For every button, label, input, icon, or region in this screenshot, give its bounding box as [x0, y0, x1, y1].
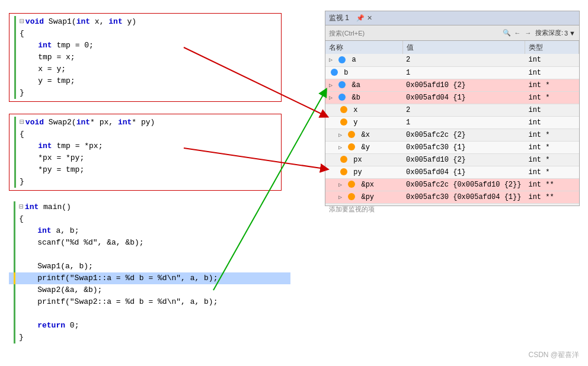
line-bar	[14, 237, 15, 249]
swap2-line-5: *py = tmp;	[9, 164, 281, 176]
cell-name: px	[325, 153, 402, 166]
var-name: py	[353, 168, 362, 176]
line-bar	[14, 63, 16, 75]
swap1-code-box: ⊟ void Swap1(int x, int y) { int tmp = 0…	[9, 13, 282, 102]
cell-type: int *	[525, 129, 579, 141]
swap1-line-3: int tmp = 0;	[9, 40, 281, 52]
expand-icon: ▷	[329, 95, 333, 101]
main-line-10	[9, 308, 290, 320]
cell-value: 0x005afd04 {1}	[402, 91, 525, 104]
cell-type: int *	[525, 153, 579, 166]
swap2-line-3: int tmp = *px;	[9, 140, 281, 152]
debug-icon	[338, 94, 346, 101]
expand-icon: ▷	[338, 182, 342, 188]
watch-panel: 监视 1 📌 ✕ 🔍 ← → 搜索深度: 3 ▼ 名称 值 类型 ▷	[325, 11, 580, 206]
line-bar	[14, 201, 15, 213]
swap1-line-4: tmp = x;	[9, 52, 281, 63]
cell-value: 1	[402, 66, 525, 79]
expand-icon: ▷	[338, 132, 342, 139]
swap2-brace-close: }	[20, 176, 24, 188]
main-swap2-call: Swap2(&a, &b);	[19, 284, 102, 296]
var-name: &x	[361, 131, 369, 139]
var-name: &y	[361, 143, 369, 152]
table-row: ▷ &y 0x005afc30 {1} int *	[325, 141, 579, 153]
main-swap1-call: Swap1(a, b);	[19, 261, 93, 272]
expand-icon: ▷	[338, 194, 342, 201]
table-row: py 0x005afd04 {1} int *	[325, 166, 579, 178]
table-row: ▷ a 2 int	[325, 54, 579, 66]
var-name: x	[353, 106, 357, 114]
table-row: x 2 int	[325, 104, 579, 116]
cell-value: 0x005afc30 {0x005afd04 {1}}	[402, 191, 525, 203]
main-line-8: Swap2(&a, &b);	[9, 284, 290, 296]
cell-name: y	[325, 116, 402, 129]
line-bar	[14, 176, 16, 188]
watch-table: 名称 值 类型 ▷ a 2 int b 1 int ▷	[325, 41, 579, 204]
swap2-line-4: *px = *py;	[9, 152, 281, 164]
line-bar	[14, 117, 16, 129]
cell-name: b	[325, 66, 402, 79]
swap1-line-2: {	[9, 28, 281, 40]
search-icon[interactable]: 🔍	[502, 28, 512, 38]
line-bar	[14, 75, 16, 87]
cell-value: 2	[402, 54, 525, 66]
debug-icon	[340, 106, 347, 113]
debug-icon	[348, 193, 355, 200]
main-line-9: printf("Swap2::a = %d b = %d\n", a, b);	[9, 296, 290, 308]
main-empty1	[19, 249, 24, 261]
swap1-line-5: x = y;	[9, 63, 281, 75]
swap1-tmp-assign: tmp = x;	[20, 52, 75, 63]
collapse-icon: ⊟	[20, 16, 24, 28]
cell-value: 0x005afc2c {2}	[402, 129, 525, 141]
swap2-code-box: ⊟ void Swap2(int* px, int* py) { int tmp…	[9, 114, 282, 191]
main-line-11: return 0;	[9, 320, 290, 332]
table-row: ▷ &a 0x005afd10 {2} int *	[325, 79, 579, 91]
search-icons: 🔍 ← →	[502, 28, 533, 38]
main-brace-open: {	[19, 213, 24, 225]
watch-close-btn[interactable]: ✕	[366, 14, 373, 22]
cell-value: 0x005afd10 {2}	[402, 153, 525, 166]
var-name: b	[344, 69, 348, 77]
cell-type: int	[525, 54, 579, 66]
cell-name: ▷ &x	[325, 129, 402, 141]
table-row: ▷ &x 0x005afc2c {2} int *	[325, 129, 579, 141]
search-depth-label: 搜索深度:	[535, 28, 563, 37]
var-name: a	[351, 56, 356, 64]
swap1-line-1: ⊟ void Swap1(int x, int y)	[9, 16, 281, 28]
line-bar	[14, 28, 16, 40]
swap1-line-7: }	[9, 87, 281, 99]
line-bar	[14, 140, 16, 152]
table-row: ▷ &b 0x005afd04 {1} int *	[325, 91, 579, 104]
table-row: ▷ &px 0x005afc2c {0x005afd10 {2}} int **	[325, 178, 579, 191]
swap1-brace-close: }	[20, 87, 24, 99]
table-row: ▷ &py 0x005afc30 {0x005afd04 {1}} int **	[325, 191, 579, 203]
arrow-left-icon[interactable]: ←	[513, 28, 522, 38]
var-name: &b	[351, 94, 360, 102]
cell-value: 0x005afd10 {2}	[402, 79, 525, 91]
line-bar	[14, 152, 16, 164]
main-ab-decl: int a, b;	[19, 225, 79, 237]
main-line-2: {	[9, 213, 290, 225]
line-bar	[14, 308, 15, 320]
line-bar	[14, 213, 15, 225]
cell-type: int *	[525, 91, 579, 104]
line-bar	[14, 164, 16, 176]
cell-name: ▷ &px	[325, 178, 402, 191]
cell-value: 1	[402, 116, 525, 129]
main-line-4: scanf("%d %d", &a, &b);	[9, 237, 290, 249]
swap1-y-assign: y = tmp;	[20, 75, 75, 87]
cell-type: int **	[525, 178, 579, 191]
cell-name: ▷ &b	[325, 91, 402, 104]
main-brace-close: }	[19, 332, 24, 343]
main-line-6: Swap1(a, b);	[9, 261, 290, 272]
search-input[interactable]	[329, 30, 500, 37]
swap1-line-6: y = tmp;	[9, 75, 281, 87]
arrow-right-icon[interactable]: →	[523, 28, 533, 38]
search-bar: 🔍 ← → 搜索深度: 3 ▼	[325, 25, 579, 41]
main-printf1: printf("Swap1::a = %d b = %d\n", a, b);	[19, 272, 218, 284]
debug-icon	[348, 181, 355, 188]
watch-pin-btn[interactable]: 📌	[355, 14, 366, 22]
search-depth-dropdown-icon[interactable]: ▼	[569, 30, 576, 37]
add-watch-row[interactable]: 添加要监视的项	[325, 204, 579, 217]
table-row: px 0x005afd10 {2} int *	[325, 153, 579, 166]
